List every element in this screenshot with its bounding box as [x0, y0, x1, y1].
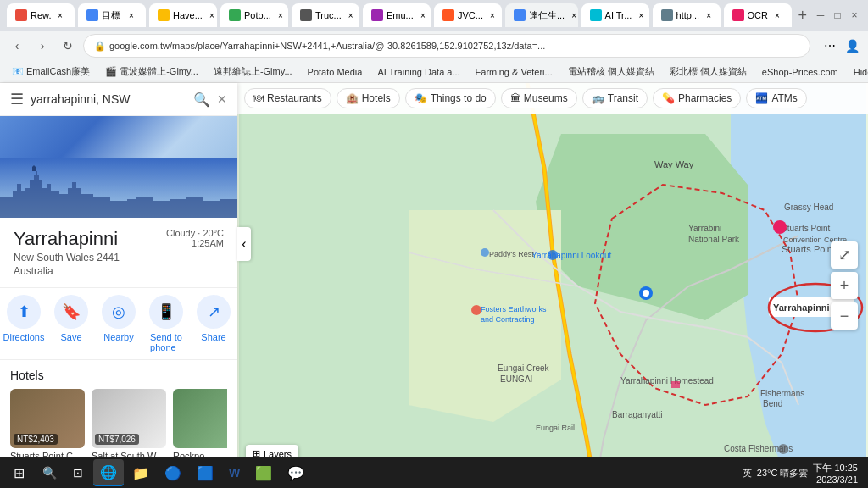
svg-point-14 [471, 305, 481, 315]
hotel-price-0: NT$2,403 [14, 434, 58, 445]
hotel-icon: 🏨 [346, 92, 359, 104]
tab-5[interactable]: Emu... × [363, 3, 431, 27]
explorer-icon: 📁 [132, 465, 149, 481]
tab-close-7[interactable]: × [568, 9, 577, 21]
bookmark-0[interactable]: 📧 EmailCash廉美 [7, 64, 95, 80]
tab-close-10[interactable]: × [771, 9, 783, 21]
tab-0[interactable]: Rew... × [7, 3, 75, 27]
svg-text:Grassy Head: Grassy Head [784, 202, 833, 212]
zoom-out-button[interactable]: − [831, 302, 858, 330]
left-panel: ☰ 🔍 ✕ [0, 83, 237, 488]
edge-taskbar-button[interactable]: 🌐 [93, 459, 124, 486]
start-button[interactable]: ⊞ [3, 459, 34, 486]
tab-2[interactable]: Have... × [149, 3, 217, 27]
tab-close-6[interactable]: × [487, 9, 498, 21]
location-name-block: Yarrahapinni New South Wales 2441 Austra… [14, 228, 120, 277]
directions-button[interactable]: ⬆ Directions [1, 295, 47, 352]
close-button[interactable]: × [848, 8, 861, 22]
tab-close-0[interactable]: × [54, 9, 66, 21]
save-button[interactable]: 🔖 Save [48, 295, 95, 352]
map-area: Way Way Yarrabini National Park Yarrahap… [237, 83, 868, 488]
svg-text:Fishermans: Fishermans [760, 389, 804, 398]
tab-1[interactable]: 目標 × [78, 3, 146, 27]
filter-museums[interactable]: 🏛 Museums [501, 88, 577, 108]
bookmark-label-0: EmailCash廉美 [26, 65, 90, 78]
filter-atms[interactable]: 🏧 ATMs [746, 88, 806, 108]
bookmark-label-2: 遠邦維誌上-Gimy... [214, 65, 292, 78]
bookmark-label-1: 電波媒體上-Gimy... [120, 65, 198, 78]
bookmark-2[interactable]: 遠邦維誌上-Gimy... [209, 64, 298, 80]
forward-button[interactable]: › [32, 36, 53, 56]
task-view-button[interactable]: ⊡ [64, 459, 92, 486]
back-button[interactable]: ‹ [7, 36, 27, 56]
search-input[interactable] [31, 92, 186, 106]
extensions-button[interactable]: ⋯ [821, 36, 839, 55]
send-to-phone-button[interactable]: 📱 Send tophone [143, 295, 190, 352]
map-expand-button[interactable]: ⤢ [831, 241, 858, 269]
tab-close-9[interactable]: × [703, 9, 715, 21]
tab-close-3[interactable]: × [275, 9, 287, 21]
app-layout: ☰ 🔍 ✕ [0, 83, 868, 488]
search-icon[interactable]: 🔍 [193, 92, 210, 108]
bookmark-8[interactable]: eShop-Prices.com [757, 65, 843, 79]
bookmark-9[interactable]: HideoutTV - Watc... [849, 65, 868, 79]
filter-restaurants[interactable]: 🍽 Restaurants [244, 88, 331, 108]
nearby-button[interactable]: ◎ Nearby [96, 295, 142, 352]
word-icon: W [229, 466, 240, 480]
filter-things-to-do[interactable]: 🎭 Things to do [405, 88, 496, 108]
word-taskbar-button[interactable]: W [222, 459, 247, 486]
panel-collapse-button[interactable]: ‹ [237, 227, 251, 261]
tab-favicon-4 [300, 9, 312, 21]
bookmark-5[interactable]: Farming & Veteri... [470, 65, 558, 79]
edge-icon: 🌐 [100, 464, 117, 480]
filter-hotels[interactable]: 🏨 Hotels [337, 88, 400, 108]
bookmark-7[interactable]: 彩北標 個人媒資結 [665, 64, 752, 80]
tab-close-1[interactable]: × [125, 9, 137, 21]
hamburger-menu[interactable]: ☰ [10, 90, 24, 108]
map-svg: Way Way Yarrabini National Park Yarrahap… [237, 83, 868, 488]
app2-taskbar-button[interactable]: 🟦 [190, 459, 220, 486]
new-tab-button[interactable]: + [795, 6, 810, 25]
svg-point-11 [548, 250, 558, 260]
address-text: google.com.tw/maps/place/Yarrahapinni+NS… [109, 41, 545, 51]
weather-block: Cloudy · 20°C 1:25AM [166, 228, 224, 248]
search-taskbar-button[interactable]: 🔍 [36, 459, 63, 486]
tab-9[interactable]: http... × [653, 3, 721, 27]
tab-6[interactable]: JVC... × [434, 3, 502, 27]
bookmark-6[interactable]: 電站稽核 個人媒資結 [563, 64, 659, 80]
explorer-taskbar-button[interactable]: 📁 [125, 459, 156, 486]
bookmark-icon-0: 📧 [12, 66, 24, 77]
city-silhouette-svg [0, 158, 237, 218]
clear-icon[interactable]: ✕ [217, 92, 227, 106]
tab-4[interactable]: Truc... × [292, 3, 359, 27]
tab-7[interactable]: 達仁生... × [505, 3, 578, 27]
tab-close-8[interactable]: × [635, 9, 647, 21]
filter-pharmacies[interactable]: 💊 Pharmacies [653, 88, 741, 108]
maximize-button[interactable]: □ [831, 8, 844, 22]
tab-10[interactable]: OCR × [724, 3, 792, 27]
bookmark-4[interactable]: AI Training Data a... [372, 65, 465, 79]
zoom-in-button[interactable]: + [831, 272, 858, 299]
send-phone-label: Send tophone [150, 332, 182, 352]
app3-taskbar-button[interactable]: 🟩 [248, 459, 279, 486]
svg-point-25 [773, 220, 787, 234]
tab-close-4[interactable]: × [345, 9, 357, 21]
profile-button[interactable]: 👤 [843, 36, 861, 55]
svg-text:Yarrahapinni Homestead: Yarrahapinni Homestead [620, 376, 714, 385]
tab-close-2[interactable]: × [206, 9, 217, 21]
minimize-button[interactable]: ─ [814, 8, 827, 22]
tab-8[interactable]: AI Tr... × [581, 3, 649, 27]
app1-taskbar-button[interactable]: 🔵 [158, 459, 188, 486]
reload-button[interactable]: ↻ [58, 36, 78, 56]
bookmark-3[interactable]: Potato Media [303, 65, 368, 79]
filter-transit[interactable]: 🚌 Transit [582, 88, 648, 108]
address-bar[interactable]: 🔒 google.com.tw/maps/place/Yarrahapinni+… [83, 34, 810, 58]
bookmark-1[interactable]: 🎬 電波媒體上-Gimy... [100, 64, 203, 80]
share-button[interactable]: ↗ Share [191, 295, 237, 352]
tab-close-5[interactable]: × [417, 9, 429, 21]
line-taskbar-button[interactable]: 💬 [281, 459, 311, 486]
tab-3[interactable]: Poto... × [220, 3, 288, 27]
tab-favicon-7 [514, 9, 526, 21]
tab-favicon-8 [590, 9, 602, 21]
tab-bar: Rew... × 目標 × Have... × Poto... × Truc..… [0, 0, 868, 30]
